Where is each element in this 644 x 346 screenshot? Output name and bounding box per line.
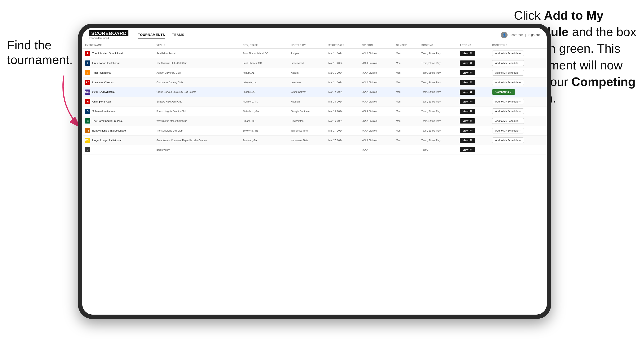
eye-icon: 👁 bbox=[470, 100, 472, 103]
top-bar-right: 👤 Test User | Sign out bbox=[501, 32, 540, 38]
add-to-schedule-button[interactable]: Add to My Schedule + bbox=[492, 70, 524, 76]
scoring-cell: Team, bbox=[418, 145, 457, 155]
venue-cell: Forest Heights Country Club bbox=[154, 107, 240, 116]
sign-out-link[interactable]: Sign out bbox=[528, 33, 540, 37]
competing-button[interactable]: Competing ✓ bbox=[492, 89, 515, 95]
eye-icon: 👁 bbox=[470, 129, 472, 132]
view-button[interactable]: View 👁 bbox=[460, 147, 475, 152]
tablet-frame: SCOREBOARD Powered by clippd TOURNAMENTS… bbox=[78, 24, 551, 319]
division-cell: NCAA Division I bbox=[359, 97, 393, 107]
view-button[interactable]: View 👁 bbox=[460, 80, 475, 85]
venue-cell: Brook Valley bbox=[154, 145, 240, 155]
eye-icon: 👁 bbox=[470, 52, 472, 55]
view-button[interactable]: View 👁 bbox=[460, 70, 475, 75]
scoring-cell: Team, Stroke Play bbox=[418, 58, 457, 68]
team-logo: S bbox=[85, 109, 90, 114]
view-button[interactable]: View 👁 bbox=[460, 118, 475, 124]
col-gender: GENDER bbox=[393, 42, 418, 49]
view-button[interactable]: View 👁 bbox=[460, 90, 475, 95]
city-state-cell bbox=[240, 145, 288, 155]
table-row: T Tiger Invitational Auburn University C… bbox=[82, 68, 547, 78]
eye-icon: 👁 bbox=[470, 91, 472, 94]
scoring-cell: Team, Stroke Play bbox=[418, 116, 457, 126]
venue-cell: Auburn University Club bbox=[154, 68, 240, 78]
event-name: Louisiana Classics bbox=[92, 81, 114, 84]
gender-cell bbox=[393, 145, 418, 155]
tab-tournaments[interactable]: TOURNAMENTS bbox=[138, 31, 165, 38]
hosted-by-cell: Rutgers bbox=[288, 49, 326, 58]
division-cell: NCAA Division I bbox=[359, 58, 393, 68]
add-to-schedule-button[interactable]: Add to My Schedule + bbox=[492, 60, 524, 66]
table-row: GCU GCU INVITATIONAL Grand Canyon Univer… bbox=[82, 87, 547, 97]
hosted-by-cell: Louisiana bbox=[288, 78, 326, 87]
team-logo: R bbox=[85, 51, 90, 56]
view-button[interactable]: View 👁 bbox=[460, 51, 475, 56]
hosted-by-cell: Grand Canyon bbox=[288, 87, 326, 97]
team-logo: LA bbox=[85, 80, 90, 85]
actions-cell: View 👁 bbox=[457, 136, 489, 145]
gender-cell: Men bbox=[393, 78, 418, 87]
competing-cell: Competing ✓ bbox=[489, 87, 547, 97]
team-logo: TT bbox=[85, 128, 90, 133]
event-name: The Carpetbagger Classic bbox=[92, 120, 122, 122]
start-date-cell: Mar 17, 2024 bbox=[326, 136, 359, 145]
start-date-cell: Mar 16, 2024 bbox=[326, 116, 359, 126]
top-bar: SCOREBOARD Powered by clippd TOURNAMENTS… bbox=[82, 28, 547, 42]
city-state-cell: Statesboro, GA bbox=[240, 107, 288, 116]
scoring-cell: Team, Stroke Play bbox=[418, 107, 457, 116]
add-to-schedule-button[interactable]: Add to My Schedule + bbox=[492, 99, 524, 104]
actions-cell: View 👁 bbox=[457, 145, 489, 155]
add-to-schedule-button[interactable]: Add to My Schedule + bbox=[492, 108, 524, 114]
division-cell: NCAA Division I bbox=[359, 49, 393, 58]
logo-area: SCOREBOARD Powered by clippd bbox=[90, 30, 128, 39]
table-container: EVENT NAME VENUE CITY, STATE HOSTED BY S… bbox=[82, 42, 547, 315]
hosted-by-cell: Lindenwood bbox=[288, 58, 326, 68]
team-logo: T bbox=[85, 70, 90, 75]
gender-cell: Men bbox=[393, 116, 418, 126]
view-button[interactable]: View 👁 bbox=[460, 138, 475, 143]
city-state-cell: Saint Charles, MO bbox=[240, 58, 288, 68]
competing-cell: Add to My Schedule + bbox=[489, 116, 547, 126]
venue-cell: The Sevierville Golf Club bbox=[154, 126, 240, 136]
scoring-cell: Team, Stroke Play bbox=[418, 97, 457, 107]
add-to-schedule-button[interactable]: Add to My Schedule + bbox=[492, 128, 524, 134]
gender-cell: Men bbox=[393, 68, 418, 78]
competing-bold: Competing bbox=[572, 75, 636, 89]
col-start-date: START DATE bbox=[326, 42, 359, 49]
event-name-cell: ? bbox=[82, 145, 154, 155]
view-button[interactable]: View 👁 bbox=[460, 128, 475, 133]
hosted-by-cell: Georgia Southern bbox=[288, 107, 326, 116]
tab-teams[interactable]: TEAMS bbox=[172, 31, 184, 38]
add-to-schedule-button[interactable]: Add to My Schedule + bbox=[492, 80, 524, 85]
eye-icon: 👁 bbox=[470, 81, 472, 84]
scoring-cell: Team, Stroke Play bbox=[418, 68, 457, 78]
hosted-by-cell bbox=[288, 145, 326, 155]
event-name-cell: LA Louisiana Classics bbox=[82, 78, 154, 87]
view-button[interactable]: View 👁 bbox=[460, 109, 475, 114]
add-to-schedule-button[interactable]: Add to My Schedule + bbox=[492, 118, 524, 124]
competing-cell: Add to My Schedule + bbox=[489, 49, 547, 58]
logo-sub: Powered by clippd bbox=[90, 37, 109, 39]
tournaments-table: EVENT NAME VENUE CITY, STATE HOSTED BY S… bbox=[82, 42, 547, 155]
event-name: The Johnnie - O Individual bbox=[92, 52, 122, 55]
add-to-schedule-button[interactable]: Add to My Schedule + bbox=[492, 50, 524, 56]
view-button[interactable]: View 👁 bbox=[460, 99, 475, 104]
avatar: 👤 bbox=[501, 32, 508, 38]
event-name-cell: S Schenkel Invitational bbox=[82, 107, 154, 116]
table-row: R The Johnnie - O Individual Sea Palms R… bbox=[82, 49, 547, 58]
city-state-cell: Eatonton, GA bbox=[240, 136, 288, 145]
competing-cell: Add to My Schedule + bbox=[489, 107, 547, 116]
actions-cell: View 👁 bbox=[457, 58, 489, 68]
col-competing: COMPETING bbox=[489, 42, 547, 49]
add-to-schedule-button[interactable]: Add to My Schedule + bbox=[492, 138, 524, 143]
hosted-by-cell: Houston bbox=[288, 97, 326, 107]
gender-cell: Men bbox=[393, 87, 418, 97]
event-name: Schenkel Invitational bbox=[92, 110, 116, 113]
start-date-cell: Mar 11, 2024 bbox=[326, 78, 359, 87]
view-button[interactable]: View 👁 bbox=[460, 60, 475, 66]
event-name-cell: GCU GCU INVITATIONAL bbox=[82, 87, 154, 97]
competing-cell: Add to My Schedule + bbox=[489, 58, 547, 68]
competing-cell: Add to My Schedule + bbox=[489, 126, 547, 136]
col-city-state: CITY, STATE bbox=[240, 42, 288, 49]
hosted-by-cell: Tennessee Tech bbox=[288, 126, 326, 136]
